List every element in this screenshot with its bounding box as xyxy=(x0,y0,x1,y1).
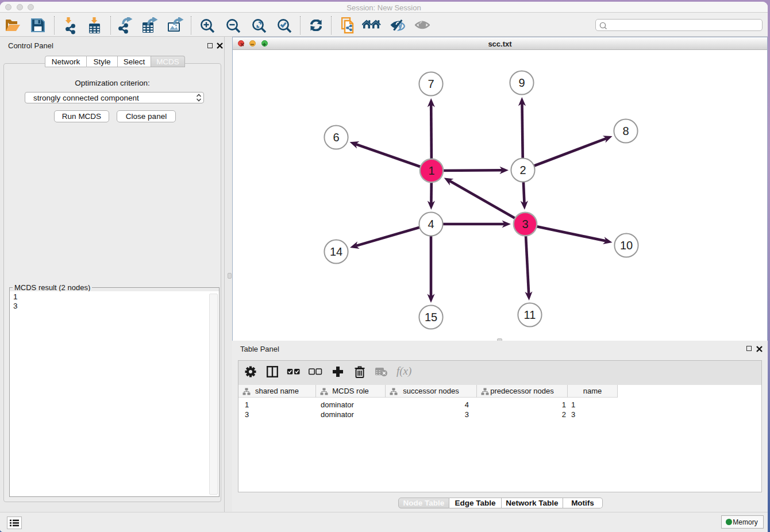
svg-text:14: 14 xyxy=(330,245,342,258)
svg-text:10: 10 xyxy=(620,239,633,252)
svg-text:9: 9 xyxy=(518,76,525,89)
svg-text:8: 8 xyxy=(622,125,629,137)
svg-text:6: 6 xyxy=(333,131,339,144)
svg-text:4: 4 xyxy=(428,218,434,230)
svg-text:15: 15 xyxy=(425,311,437,323)
svg-text:1: 1 xyxy=(428,164,434,177)
svg-text:7: 7 xyxy=(428,78,434,90)
svg-text:11: 11 xyxy=(524,309,536,321)
svg-text:2: 2 xyxy=(519,164,526,176)
svg-text:3: 3 xyxy=(522,218,528,230)
